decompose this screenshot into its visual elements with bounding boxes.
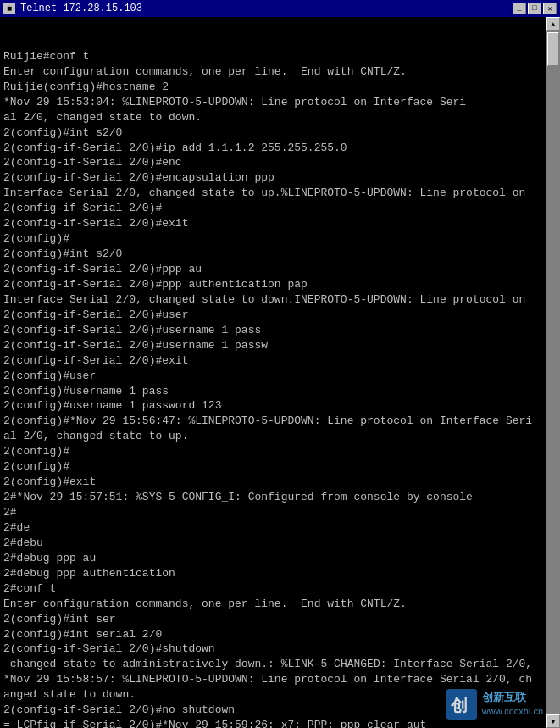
- svg-text:创: 创: [450, 696, 468, 714]
- terminal-line: Ruijie#conf t: [3, 49, 557, 64]
- terminal-line: *Nov 29 15:58:57: %LINEPROTO-5-UPDOWN: L…: [3, 672, 557, 687]
- terminal-line: 2(config)#: [3, 231, 557, 247]
- terminal-line: 2(config-if-Serial 2/0)#username 1 pass: [3, 323, 557, 338]
- terminal-line: Ruijie(config)#hostname 2: [3, 80, 557, 95]
- scrollbar-track[interactable]: [546, 31, 560, 714]
- terminal-line: 2(config)#int serial 2/0: [3, 627, 557, 642]
- terminal-line: 2(config)#user: [3, 369, 557, 384]
- logo-icon: 创: [446, 689, 477, 720]
- watermark-brand: 创新互联: [482, 690, 543, 705]
- watermark: 创 创新互联 www.cdcxhl.cn: [446, 689, 543, 720]
- terminal-icon: ■: [3, 3, 15, 14]
- terminal-line: 2(config-if-Serial 2/0)#ppp authenticati…: [3, 277, 557, 292]
- terminal-line: 2(config-if-Serial 2/0)#encapsulation pp…: [3, 170, 557, 186]
- terminal-line: 2(config-if-Serial 2/0)#exit: [3, 353, 557, 369]
- terminal-line: al 2/0, changed state to up.: [3, 429, 557, 444]
- terminal-line: 2(config-if-Serial 2/0)#shutdown: [3, 642, 557, 657]
- close-button[interactable]: ✕: [543, 3, 557, 14]
- terminal-line: 2(config-if-Serial 2/0)#ppp au: [3, 262, 557, 277]
- terminal-line: 2#debu: [3, 536, 557, 551]
- terminal-line: 2#debug ppp authentication: [3, 566, 557, 581]
- terminal-line: 2(config)#exit: [3, 475, 557, 490]
- terminal-line: 2(config-if-Serial 2/0)#user: [3, 308, 557, 323]
- terminal-line: 2(config)#int s2/0: [3, 125, 557, 141]
- terminal-line: 2(config-if-Serial 2/0)#enc: [3, 155, 557, 170]
- terminal-line: 2(config)#*Nov 29 15:56:47: %LINEPROTO-5…: [3, 414, 557, 429]
- scrollbar[interactable]: ▲ ▼: [546, 17, 560, 728]
- terminal-line: Interface Serial 2/0, changed state to d…: [3, 292, 557, 308]
- terminal-line: 2(config-if-Serial 2/0)#ip add 1.1.1.2 2…: [3, 141, 557, 156]
- minimize-button[interactable]: _: [513, 3, 526, 14]
- watermark-logo: 创: [446, 689, 477, 720]
- watermark-url: www.cdcxhl.cn: [482, 705, 543, 718]
- terminal-line: 2#: [3, 505, 557, 520]
- terminal-line: Enter configuration commands, one per li…: [3, 64, 557, 80]
- maximize-button[interactable]: □: [528, 3, 541, 14]
- terminal-line: 2(config-if-Serial 2/0)#username 1 passw: [3, 338, 557, 353]
- scroll-up-arrow[interactable]: ▲: [546, 17, 560, 31]
- terminal-line: 2#debug ppp au: [3, 551, 557, 566]
- terminal-content: Ruijie#conf tEnter configuration command…: [3, 19, 557, 728]
- terminal-line: 2(config)#int s2/0: [3, 247, 557, 262]
- title-bar: ■ Telnet 172.28.15.103 _ □ ✕: [0, 0, 560, 17]
- title-bar-left: ■ Telnet 172.28.15.103: [3, 3, 142, 14]
- window-controls: _ □ ✕: [513, 3, 557, 14]
- terminal-line: 2(config-if-Serial 2/0)#: [3, 201, 557, 216]
- terminal-line: Interface Serial 2/0, changed state to u…: [3, 186, 557, 201]
- terminal-line: changed state to administratively down.:…: [3, 657, 557, 672]
- terminal-line: al 2/0, changed state to down.: [3, 110, 557, 125]
- terminal-line: 2(config)#username 1 password 123: [3, 398, 557, 414]
- scrollbar-thumb[interactable]: [547, 32, 559, 66]
- terminal-line: 2#conf t: [3, 581, 557, 597]
- terminal-line: 2(config-if-Serial 2/0)#exit: [3, 216, 557, 231]
- window-title: Telnet 172.28.15.103: [20, 3, 142, 14]
- terminal-line: Enter configuration commands, one per li…: [3, 597, 557, 612]
- terminal-line: 2(config)#: [3, 459, 557, 475]
- terminal-area: Ruijie#conf tEnter configuration command…: [0, 17, 560, 728]
- terminal-line: 2(config)#int ser: [3, 612, 557, 627]
- terminal-line: *Nov 29 15:53:04: %LINEPROTO-5-UPDOWN: L…: [3, 95, 557, 110]
- watermark-text: 创新互联 www.cdcxhl.cn: [482, 690, 543, 719]
- terminal-line: 2(config)#username 1 pass: [3, 384, 557, 399]
- terminal-line: 2(config)#: [3, 444, 557, 459]
- scroll-down-arrow[interactable]: ▼: [546, 714, 560, 728]
- terminal-line: 2#de: [3, 520, 557, 536]
- terminal-line: 2#*Nov 29 15:57:51: %SYS-5-CONFIG_I: Con…: [3, 490, 557, 505]
